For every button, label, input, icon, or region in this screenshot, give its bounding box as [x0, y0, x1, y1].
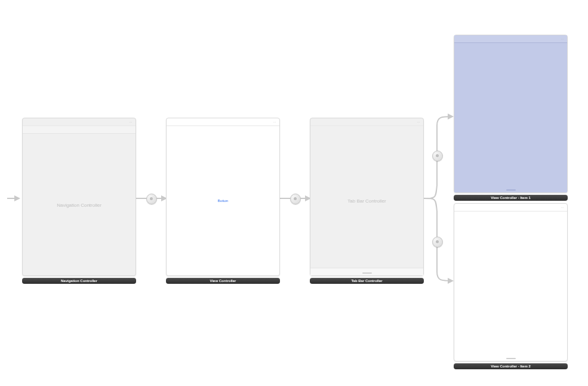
- home-indicator: [362, 272, 372, 274]
- status-icons: …: [561, 206, 564, 209]
- status-icons: …: [417, 120, 420, 123]
- status-icons: …: [561, 37, 564, 40]
- status-bar: …: [23, 118, 136, 126]
- scene-label[interactable]: View Controller: [166, 278, 280, 284]
- scene-label[interactable]: View Controller - Item 1: [454, 195, 568, 201]
- placeholder-label: Tab Bar Controller: [347, 198, 386, 204]
- scene-content: Button: [167, 126, 279, 275]
- segue-view-controllers-item2[interactable]: [432, 237, 443, 247]
- scene-label[interactable]: Navigation Controller: [22, 278, 136, 284]
- home-indicator: [506, 358, 516, 359]
- status-icons: …: [273, 120, 276, 123]
- scene-tab-bar-controller[interactable]: … Tab Bar Controller Tab Bar Controller: [310, 118, 424, 284]
- segue-show[interactable]: [290, 194, 301, 204]
- segue-view-controllers-item1[interactable]: [432, 151, 443, 161]
- scene-label[interactable]: Tab Bar Controller: [310, 278, 424, 284]
- navigation-bar: [23, 126, 136, 134]
- scene-view-controller-item-2[interactable]: … View Controller - Item 2: [454, 203, 568, 369]
- scene-content: [454, 212, 567, 361]
- scene-view-controller[interactable]: … Button View Controller: [166, 118, 280, 284]
- scene-frame[interactable]: … Tab Bar Controller: [310, 118, 424, 276]
- scene-content: Tab Bar Controller: [310, 126, 423, 275]
- scene-frame[interactable]: … Button: [166, 118, 280, 276]
- scene-content: [454, 43, 567, 192]
- scene-label[interactable]: View Controller - Item 2: [454, 363, 568, 369]
- status-bar: …: [454, 204, 567, 212]
- ui-button[interactable]: Button: [218, 199, 228, 203]
- status-bar: …: [167, 118, 279, 126]
- status-icons: …: [130, 120, 132, 123]
- scene-content: Navigation Controller: [23, 134, 136, 275]
- placeholder-label: Navigation Controller: [57, 202, 101, 207]
- scene-frame[interactable]: … Navigation Controller: [22, 118, 136, 276]
- scene-navigation-controller[interactable]: … Navigation Controller Navigation Contr…: [22, 118, 136, 284]
- scene-frame[interactable]: …: [454, 35, 568, 193]
- storyboard-canvas[interactable]: { "scenes": { "nav": { "label": "Navigat…: [0, 0, 588, 386]
- segue-root-view-controller[interactable]: [146, 194, 157, 204]
- tab-bar: [310, 268, 423, 275]
- status-bar: …: [310, 118, 423, 126]
- scene-view-controller-item-1[interactable]: … View Controller - Item 1: [454, 35, 568, 201]
- home-indicator: [506, 189, 516, 191]
- scene-frame[interactable]: …: [454, 203, 568, 362]
